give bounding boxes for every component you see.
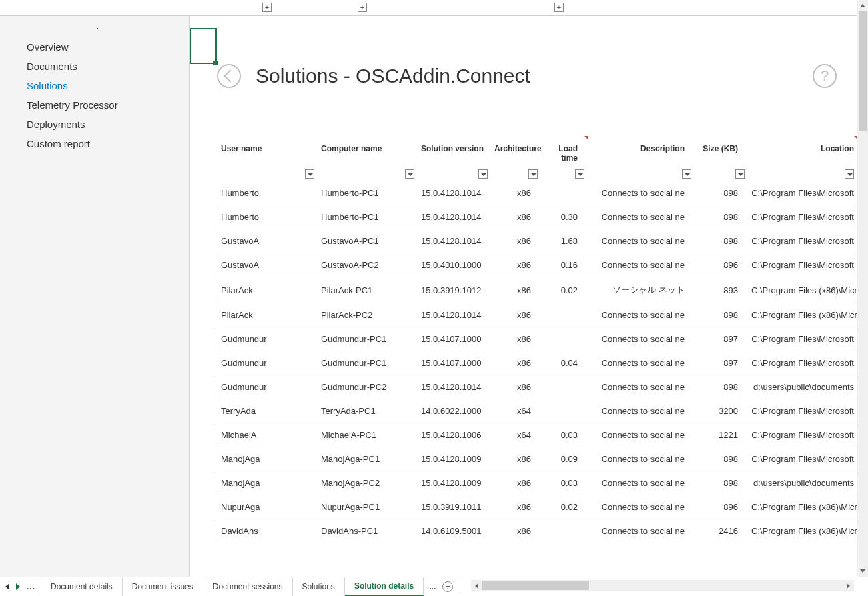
cell-ver[interactable]: 15.0.3919.1012 (417, 277, 490, 303)
cell-size[interactable]: 898 (694, 471, 747, 495)
cell-arch[interactable]: x86 (490, 495, 540, 519)
cell-user[interactable]: GustavoA (217, 229, 317, 253)
cell-comp[interactable]: Humberto-PC1 (317, 181, 417, 205)
cell-ver[interactable]: 15.0.4128.1009 (417, 447, 490, 471)
outline-expand-1[interactable]: + (262, 3, 272, 12)
cell-user[interactable]: GustavoA (217, 253, 317, 277)
cell-arch[interactable]: x86 (490, 375, 540, 399)
cell-size[interactable]: 2416 (694, 519, 747, 543)
cell-size[interactable]: 898 (694, 375, 747, 399)
outline-expand-3[interactable]: + (554, 3, 564, 12)
cell-loc[interactable]: C:\Program Files\Microsoft (747, 205, 857, 229)
cell-loc[interactable]: C:\Program Files (x86)\Micr (747, 519, 857, 543)
cell-comp[interactable]: PilarAck-PC1 (317, 277, 417, 303)
sheet-nav-more-icon[interactable]: ... (27, 582, 35, 591)
table-row[interactable]: DavidAhsDavidAhs-PC114.0.6109.5001x86Con… (217, 519, 857, 543)
cell-size[interactable]: 898 (694, 447, 747, 471)
filter-dropdown-icon[interactable] (682, 169, 691, 179)
cell-user[interactable]: MichaelA (217, 423, 317, 447)
table-row[interactable]: GustavoAGustavoA-PC215.0.4010.1000x860.1… (217, 253, 857, 277)
cell-size[interactable]: 1221 (694, 423, 747, 447)
cell-comp[interactable]: DavidAhs-PC1 (317, 519, 417, 543)
cell-loc[interactable]: C:\Program Files (x86)\Micr (747, 277, 857, 303)
cell-loc[interactable]: C:\Program Files (x86)\Micr (747, 495, 857, 519)
col-header-load-time[interactable]: Load time (540, 136, 587, 181)
cell-loc[interactable]: d:\users\public\documents (747, 375, 857, 399)
cell-load[interactable] (540, 399, 587, 423)
scroll-right-arrow-icon[interactable] (843, 580, 854, 591)
cell-loc[interactable]: C:\Program Files\Microsoft (747, 253, 857, 277)
sidebar-item-deployments[interactable]: Deployments (0, 115, 189, 134)
filter-dropdown-icon[interactable] (305, 169, 314, 179)
cell-comp[interactable]: PilarAck-PC2 (317, 303, 417, 327)
cell-comp[interactable]: ManojAga-PC1 (317, 447, 417, 471)
tab-solutions[interactable]: Solutions (293, 577, 345, 596)
cell-size[interactable]: 3200 (694, 399, 747, 423)
cell-user[interactable]: Gudmundur (217, 375, 317, 399)
cell-load[interactable]: 0.03 (540, 423, 587, 447)
table-row[interactable]: HumbertoHumberto-PC115.0.4128.1014x860.3… (217, 205, 857, 229)
cell-ver[interactable]: 15.0.4128.1009 (417, 471, 490, 495)
cell-arch[interactable]: x86 (490, 327, 540, 351)
col-header-computer-name[interactable]: Computer name (317, 136, 417, 181)
cell-user[interactable]: DavidAhs (217, 519, 317, 543)
cell-arch[interactable]: x86 (490, 471, 540, 495)
cell-desc[interactable]: Connects to social ne (587, 471, 694, 495)
cell-comp[interactable]: Gudmundur-PC1 (317, 327, 417, 351)
cell-loc[interactable]: C:\Program Files (x86)\Micr (747, 303, 857, 327)
more-tabs-icon[interactable]: ... (429, 582, 436, 591)
cell-size[interactable]: 898 (694, 205, 747, 229)
cell-size[interactable]: 898 (694, 303, 747, 327)
cell-ver[interactable]: 15.0.4128.1014 (417, 229, 490, 253)
cell-desc[interactable]: Connects to social ne (587, 447, 694, 471)
cell-ver[interactable]: 15.0.4128.1014 (417, 375, 490, 399)
cell-load[interactable]: 0.03 (540, 471, 587, 495)
col-header-user-name[interactable]: User name (217, 136, 317, 181)
tab-solution-details[interactable]: Solution details (345, 577, 424, 596)
cell-ver[interactable]: 15.0.4010.1000 (417, 253, 490, 277)
cell-desc[interactable]: Connects to social ne (587, 351, 694, 375)
cell-load[interactable]: 1.68 (540, 229, 587, 253)
horizontal-scrollbar[interactable] (471, 580, 854, 591)
sidebar-item-solutions[interactable]: Solutions (0, 76, 189, 95)
scroll-up-arrow-icon[interactable] (857, 0, 868, 11)
cell-arch[interactable]: x64 (490, 399, 540, 423)
cell-arch[interactable]: x86 (490, 181, 540, 205)
cell-load[interactable] (540, 375, 587, 399)
help-button[interactable]: ? (813, 64, 837, 88)
cell-comp[interactable]: MichaelA-PC1 (317, 423, 417, 447)
cell-load[interactable]: 0.16 (540, 253, 587, 277)
cell-desc[interactable]: Connects to social ne (587, 327, 694, 351)
cell-loc[interactable]: C:\Program Files\Microsoft (747, 351, 857, 375)
vertical-scrollbar[interactable] (857, 0, 868, 577)
cell-size[interactable]: 897 (694, 327, 747, 351)
cell-desc[interactable]: Connects to social ne (587, 519, 694, 543)
cell-desc[interactable]: Connects to social ne (587, 253, 694, 277)
table-row[interactable]: ManojAgaManojAga-PC215.0.4128.1009x860.0… (217, 471, 857, 495)
cell-arch[interactable]: x86 (490, 519, 540, 543)
table-row[interactable]: GudmundurGudmundur-PC115.0.4107.1000x860… (217, 351, 857, 375)
cell-user[interactable]: Gudmundur (217, 327, 317, 351)
cell-arch[interactable]: x86 (490, 205, 540, 229)
cell-ver[interactable]: 14.0.6109.5001 (417, 519, 490, 543)
active-cell-indicator[interactable] (190, 28, 217, 64)
back-button[interactable] (217, 64, 241, 88)
table-row[interactable]: GudmundurGudmundur-PC215.0.4128.1014x86C… (217, 375, 857, 399)
table-row[interactable]: HumbertoHumberto-PC115.0.4128.1014x86Con… (217, 181, 857, 205)
cell-load[interactable]: 0.30 (540, 205, 587, 229)
filter-dropdown-icon[interactable] (575, 169, 584, 179)
col-header-architecture[interactable]: Architecture (490, 136, 540, 181)
table-row[interactable]: ManojAgaManojAga-PC115.0.4128.1009x860.0… (217, 447, 857, 471)
cell-loc[interactable]: C:\Program Files\Microsoft (747, 181, 857, 205)
cell-desc[interactable]: Connects to social ne (587, 399, 694, 423)
cell-size[interactable]: 897 (694, 351, 747, 375)
scroll-left-arrow-icon[interactable] (471, 580, 482, 591)
cell-ver[interactable]: 15.0.4128.1014 (417, 205, 490, 229)
cell-comp[interactable]: TerryAda-PC1 (317, 399, 417, 423)
filter-dropdown-icon[interactable] (405, 169, 414, 179)
table-row[interactable]: MichaelAMichaelA-PC115.0.4128.1006x640.0… (217, 423, 857, 447)
cell-load[interactable]: 0.09 (540, 447, 587, 471)
cell-user[interactable]: PilarAck (217, 303, 317, 327)
new-sheet-button[interactable]: + (442, 581, 453, 592)
cell-loc[interactable]: C:\Program Files\Microsoft (747, 229, 857, 253)
